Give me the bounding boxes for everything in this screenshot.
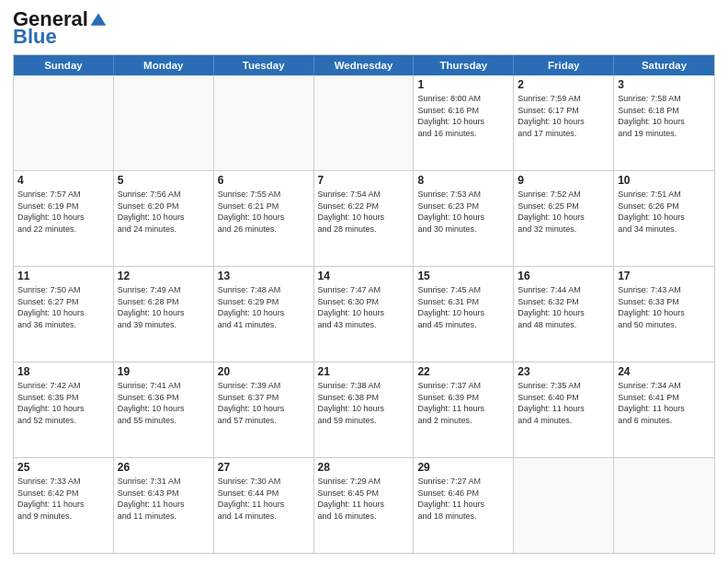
day-info: Sunrise: 7:44 AM Sunset: 6:32 PM Dayligh… bbox=[518, 284, 609, 330]
calendar: SundayMondayTuesdayWednesdayThursdayFrid… bbox=[13, 54, 715, 554]
day-cell-27: 27Sunrise: 7:30 AM Sunset: 6:44 PM Dayli… bbox=[214, 458, 314, 553]
day-info: Sunrise: 7:34 AM Sunset: 6:41 PM Dayligh… bbox=[618, 380, 711, 426]
day-number: 26 bbox=[118, 461, 210, 474]
day-cell-11: 11Sunrise: 7:50 AM Sunset: 6:27 PM Dayli… bbox=[14, 267, 114, 362]
day-cell-26: 26Sunrise: 7:31 AM Sunset: 6:43 PM Dayli… bbox=[114, 458, 214, 553]
day-number: 11 bbox=[17, 270, 109, 282]
header: General Blue bbox=[13, 9, 715, 47]
calendar-row-5: 25Sunrise: 7:33 AM Sunset: 6:42 PM Dayli… bbox=[14, 457, 714, 553]
day-info: Sunrise: 7:48 AM Sunset: 6:29 PM Dayligh… bbox=[218, 284, 310, 330]
weekday-header-wednesday: Wednesday bbox=[314, 55, 415, 75]
day-number: 24 bbox=[618, 365, 711, 378]
day-info: Sunrise: 7:49 AM Sunset: 6:28 PM Dayligh… bbox=[118, 284, 210, 330]
day-number: 16 bbox=[518, 270, 609, 282]
day-cell-10: 10Sunrise: 7:51 AM Sunset: 6:26 PM Dayli… bbox=[614, 171, 714, 266]
calendar-row-1: 1Sunrise: 8:00 AM Sunset: 6:16 PM Daylig… bbox=[14, 75, 714, 170]
weekday-header-sunday: Sunday bbox=[14, 55, 114, 75]
day-info: Sunrise: 7:58 AM Sunset: 6:18 PM Dayligh… bbox=[618, 93, 711, 139]
day-number: 21 bbox=[318, 365, 410, 378]
day-cell-5: 5Sunrise: 7:56 AM Sunset: 6:20 PM Daylig… bbox=[114, 171, 214, 266]
day-number: 2 bbox=[518, 78, 609, 91]
day-info: Sunrise: 7:53 AM Sunset: 6:23 PM Dayligh… bbox=[417, 189, 509, 235]
weekday-header-saturday: Saturday bbox=[614, 55, 714, 75]
day-info: Sunrise: 7:39 AM Sunset: 6:37 PM Dayligh… bbox=[218, 380, 310, 426]
day-number: 23 bbox=[518, 365, 609, 378]
day-number: 29 bbox=[417, 461, 509, 474]
day-info: Sunrise: 7:29 AM Sunset: 6:45 PM Dayligh… bbox=[318, 476, 410, 522]
day-number: 6 bbox=[218, 174, 310, 187]
calendar-row-3: 11Sunrise: 7:50 AM Sunset: 6:27 PM Dayli… bbox=[14, 266, 714, 362]
day-cell-empty bbox=[114, 75, 214, 170]
day-cell-1: 1Sunrise: 8:00 AM Sunset: 6:16 PM Daylig… bbox=[414, 75, 514, 170]
day-cell-24: 24Sunrise: 7:34 AM Sunset: 6:41 PM Dayli… bbox=[614, 362, 714, 457]
day-number: 27 bbox=[218, 461, 310, 474]
calendar-row-4: 18Sunrise: 7:42 AM Sunset: 6:35 PM Dayli… bbox=[14, 362, 714, 457]
day-info: Sunrise: 7:47 AM Sunset: 6:30 PM Dayligh… bbox=[318, 284, 410, 330]
day-info: Sunrise: 7:33 AM Sunset: 6:42 PM Dayligh… bbox=[17, 476, 109, 522]
day-number: 17 bbox=[618, 270, 711, 282]
day-info: Sunrise: 7:42 AM Sunset: 6:35 PM Dayligh… bbox=[17, 380, 109, 426]
day-cell-28: 28Sunrise: 7:29 AM Sunset: 6:45 PM Dayli… bbox=[314, 458, 415, 553]
day-info: Sunrise: 7:57 AM Sunset: 6:19 PM Dayligh… bbox=[17, 189, 109, 235]
day-cell-3: 3Sunrise: 7:58 AM Sunset: 6:18 PM Daylig… bbox=[614, 75, 714, 170]
day-cell-16: 16Sunrise: 7:44 AM Sunset: 6:32 PM Dayli… bbox=[514, 267, 614, 362]
day-cell-9: 9Sunrise: 7:52 AM Sunset: 6:25 PM Daylig… bbox=[514, 171, 614, 266]
day-number: 12 bbox=[118, 270, 210, 282]
day-cell-2: 2Sunrise: 7:59 AM Sunset: 6:17 PM Daylig… bbox=[514, 75, 614, 170]
day-info: Sunrise: 7:52 AM Sunset: 6:25 PM Dayligh… bbox=[518, 189, 609, 235]
day-cell-20: 20Sunrise: 7:39 AM Sunset: 6:37 PM Dayli… bbox=[214, 362, 314, 457]
day-cell-empty bbox=[14, 75, 114, 170]
day-cell-7: 7Sunrise: 7:54 AM Sunset: 6:22 PM Daylig… bbox=[314, 171, 415, 266]
calendar-body: 1Sunrise: 8:00 AM Sunset: 6:16 PM Daylig… bbox=[14, 75, 714, 553]
day-number: 4 bbox=[17, 174, 109, 187]
svg-marker-0 bbox=[91, 13, 107, 25]
day-number: 1 bbox=[417, 78, 509, 91]
day-cell-empty bbox=[314, 75, 415, 170]
day-cell-21: 21Sunrise: 7:38 AM Sunset: 6:38 PM Dayli… bbox=[314, 362, 415, 457]
day-info: Sunrise: 7:55 AM Sunset: 6:21 PM Dayligh… bbox=[218, 189, 310, 235]
day-cell-25: 25Sunrise: 7:33 AM Sunset: 6:42 PM Dayli… bbox=[14, 458, 114, 553]
day-info: Sunrise: 7:54 AM Sunset: 6:22 PM Dayligh… bbox=[318, 189, 410, 235]
day-cell-empty bbox=[514, 458, 614, 553]
day-cell-empty bbox=[614, 458, 714, 553]
day-number: 18 bbox=[17, 365, 109, 378]
day-info: Sunrise: 7:37 AM Sunset: 6:39 PM Dayligh… bbox=[417, 380, 509, 426]
day-number: 5 bbox=[118, 174, 210, 187]
day-number: 7 bbox=[318, 174, 410, 187]
day-cell-4: 4Sunrise: 7:57 AM Sunset: 6:19 PM Daylig… bbox=[14, 171, 114, 266]
day-number: 3 bbox=[618, 78, 711, 91]
calendar-header-row: SundayMondayTuesdayWednesdayThursdayFrid… bbox=[14, 55, 714, 75]
day-cell-18: 18Sunrise: 7:42 AM Sunset: 6:35 PM Dayli… bbox=[14, 362, 114, 457]
day-info: Sunrise: 7:31 AM Sunset: 6:43 PM Dayligh… bbox=[118, 476, 210, 522]
day-cell-17: 17Sunrise: 7:43 AM Sunset: 6:33 PM Dayli… bbox=[614, 267, 714, 362]
day-number: 20 bbox=[218, 365, 310, 378]
day-number: 25 bbox=[17, 461, 109, 474]
day-cell-29: 29Sunrise: 7:27 AM Sunset: 6:46 PM Dayli… bbox=[414, 458, 514, 553]
day-info: Sunrise: 7:30 AM Sunset: 6:44 PM Dayligh… bbox=[218, 476, 310, 522]
day-info: Sunrise: 7:35 AM Sunset: 6:40 PM Dayligh… bbox=[518, 380, 609, 426]
day-info: Sunrise: 7:27 AM Sunset: 6:46 PM Dayligh… bbox=[417, 476, 509, 522]
logo-icon bbox=[89, 10, 108, 29]
weekday-header-thursday: Thursday bbox=[414, 55, 514, 75]
weekday-header-tuesday: Tuesday bbox=[214, 55, 314, 75]
day-cell-12: 12Sunrise: 7:49 AM Sunset: 6:28 PM Dayli… bbox=[114, 267, 214, 362]
day-cell-19: 19Sunrise: 7:41 AM Sunset: 6:36 PM Dayli… bbox=[114, 362, 214, 457]
weekday-header-friday: Friday bbox=[514, 55, 614, 75]
day-cell-15: 15Sunrise: 7:45 AM Sunset: 6:31 PM Dayli… bbox=[414, 267, 514, 362]
day-info: Sunrise: 7:51 AM Sunset: 6:26 PM Dayligh… bbox=[618, 189, 711, 235]
day-info: Sunrise: 7:45 AM Sunset: 6:31 PM Dayligh… bbox=[417, 284, 509, 330]
calendar-row-2: 4Sunrise: 7:57 AM Sunset: 6:19 PM Daylig… bbox=[14, 170, 714, 266]
day-number: 14 bbox=[318, 270, 410, 282]
day-cell-empty bbox=[214, 75, 314, 170]
day-cell-22: 22Sunrise: 7:37 AM Sunset: 6:39 PM Dayli… bbox=[414, 362, 514, 457]
day-number: 15 bbox=[417, 270, 509, 282]
day-info: Sunrise: 7:43 AM Sunset: 6:33 PM Dayligh… bbox=[618, 284, 711, 330]
day-info: Sunrise: 7:41 AM Sunset: 6:36 PM Dayligh… bbox=[118, 380, 210, 426]
day-number: 19 bbox=[118, 365, 210, 378]
page: General Blue SundayMondayTuesdayWednesda… bbox=[0, 0, 728, 563]
day-number: 9 bbox=[518, 174, 609, 187]
day-number: 10 bbox=[618, 174, 711, 187]
day-info: Sunrise: 7:38 AM Sunset: 6:38 PM Dayligh… bbox=[318, 380, 410, 426]
day-cell-8: 8Sunrise: 7:53 AM Sunset: 6:23 PM Daylig… bbox=[414, 171, 514, 266]
day-number: 22 bbox=[417, 365, 509, 378]
